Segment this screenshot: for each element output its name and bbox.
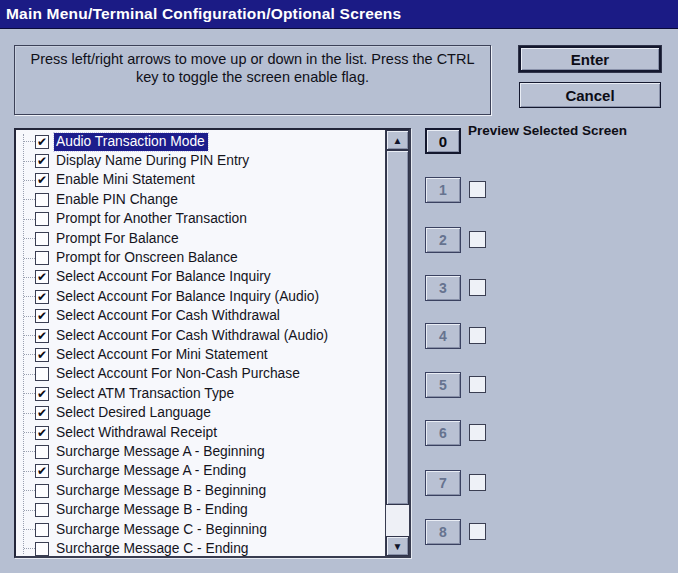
item-checkbox[interactable] bbox=[35, 193, 49, 207]
item-checkbox[interactable]: ✔ bbox=[35, 329, 49, 343]
item-checkbox[interactable] bbox=[35, 542, 49, 556]
item-label[interactable]: Select Account For Mini Statement bbox=[54, 346, 271, 364]
item-checkbox[interactable] bbox=[35, 484, 49, 498]
item-checkbox[interactable]: ✔ bbox=[35, 154, 49, 168]
item-checkbox[interactable] bbox=[35, 503, 49, 517]
checkmark-icon: ✔ bbox=[37, 427, 47, 439]
preview-key-7-checkbox[interactable] bbox=[469, 474, 486, 491]
item-label[interactable]: Enable Mini Statement bbox=[54, 171, 198, 189]
tree-branch-line bbox=[24, 238, 35, 239]
preview-key-3-checkbox[interactable] bbox=[469, 279, 486, 296]
item-checkbox[interactable] bbox=[35, 212, 49, 226]
item-checkbox[interactable]: ✔ bbox=[35, 270, 49, 284]
checkmark-icon: ✔ bbox=[37, 465, 47, 477]
tree-branch-line bbox=[24, 529, 35, 530]
preview-key-6-button[interactable]: 6 bbox=[425, 420, 461, 446]
checkmark-icon: ✔ bbox=[37, 291, 47, 303]
item-checkbox[interactable]: ✔ bbox=[35, 309, 49, 323]
checkmark-icon: ✔ bbox=[37, 330, 47, 342]
item-label[interactable]: Select Account For Non-Cash Purchase bbox=[54, 365, 303, 383]
item-checkbox[interactable]: ✔ bbox=[35, 464, 49, 478]
list-item: Surcharge Message A - Beginning bbox=[16, 442, 385, 461]
item-label[interactable]: Surcharge Message B - Ending bbox=[54, 501, 251, 519]
item-checkbox[interactable] bbox=[35, 523, 49, 537]
item-checkbox[interactable]: ✔ bbox=[35, 426, 49, 440]
optional-screens-list: ✔Audio Transaction Mode✔Display Name Dur… bbox=[14, 128, 411, 558]
optional-screens-dialog: Main Menu/Terminal Configuration/Optiona… bbox=[0, 0, 678, 573]
preview-key-4-button[interactable]: 4 bbox=[425, 323, 461, 349]
checkmark-icon: ✔ bbox=[37, 310, 47, 322]
titlebar: Main Menu/Terminal Configuration/Optiona… bbox=[0, 0, 678, 29]
enter-button[interactable]: Enter bbox=[519, 46, 661, 72]
tree-branch-line bbox=[24, 161, 35, 162]
preview-key-5-button[interactable]: 5 bbox=[425, 372, 461, 398]
preview-key-4-checkbox[interactable] bbox=[469, 327, 486, 344]
item-label[interactable]: Select Account For Balance Inquiry (Audi… bbox=[54, 288, 322, 306]
checkmark-icon: ✔ bbox=[37, 155, 47, 167]
preview-key-2-checkbox[interactable] bbox=[469, 231, 486, 248]
checkmark-icon: ✔ bbox=[37, 388, 47, 400]
checkmark-icon: ✔ bbox=[37, 136, 47, 148]
item-checkbox[interactable]: ✔ bbox=[35, 290, 49, 304]
preview-selected-screen-label: Preview Selected Screen bbox=[468, 123, 673, 138]
preview-key-1-checkbox[interactable] bbox=[469, 181, 486, 198]
item-label[interactable]: Surcharge Message B - Beginning bbox=[54, 482, 269, 500]
item-label[interactable]: Select Account For Cash Withdrawal bbox=[54, 307, 283, 325]
item-label[interactable]: Prompt for Another Transaction bbox=[54, 210, 250, 228]
list-item: ✔Select Account For Balance Inquiry (Aud… bbox=[16, 287, 385, 306]
scrollbar-track[interactable] bbox=[386, 505, 409, 536]
checkmark-icon: ✔ bbox=[37, 271, 47, 283]
item-checkbox[interactable]: ✔ bbox=[35, 135, 49, 149]
tree-branch-line bbox=[24, 413, 35, 414]
item-checkbox[interactable] bbox=[35, 251, 49, 265]
item-checkbox[interactable]: ✔ bbox=[35, 348, 49, 362]
item-checkbox[interactable]: ✔ bbox=[35, 406, 49, 420]
list-item: Surcharge Message B - Beginning bbox=[16, 481, 385, 500]
list-item: ✔Select Withdrawal Receipt bbox=[16, 423, 385, 442]
scroll-up-icon: ▲ bbox=[393, 135, 403, 146]
item-checkbox[interactable]: ✔ bbox=[35, 387, 49, 401]
preview-key-3-button[interactable]: 3 bbox=[425, 275, 461, 301]
list-item: Surcharge Message C - Beginning bbox=[16, 520, 385, 539]
preview-key-2-button[interactable]: 2 bbox=[425, 227, 461, 253]
instructions-box: Press left/right arrows to move up or do… bbox=[14, 45, 491, 115]
preview-key-8-button[interactable]: 8 bbox=[425, 519, 461, 545]
item-label[interactable]: Prompt for Onscreen Balance bbox=[54, 249, 241, 267]
item-checkbox[interactable] bbox=[35, 232, 49, 246]
item-label[interactable]: Select ATM Transaction Type bbox=[54, 385, 237, 403]
preview-key-5-checkbox[interactable] bbox=[469, 376, 486, 393]
tree-branch-line bbox=[24, 432, 35, 433]
scrollbar-thumb[interactable] bbox=[386, 150, 409, 505]
item-label[interactable]: Select Desired Language bbox=[54, 404, 214, 422]
item-label[interactable]: Select Withdrawal Receipt bbox=[54, 424, 220, 442]
item-label[interactable]: Surcharge Message C - Beginning bbox=[54, 521, 270, 539]
cancel-button[interactable]: Cancel bbox=[519, 82, 661, 108]
item-label[interactable]: Select Account For Cash Withdrawal (Audi… bbox=[54, 327, 331, 345]
item-label[interactable]: Prompt For Balance bbox=[54, 230, 182, 248]
item-label[interactable]: Display Name During PIN Entry bbox=[54, 152, 252, 170]
item-label[interactable]: Select Account For Balance Inquiry bbox=[54, 268, 274, 286]
item-label[interactable]: Audio Transaction Mode bbox=[54, 133, 208, 151]
item-label[interactable]: Enable PIN Change bbox=[54, 191, 181, 209]
item-label[interactable]: Surcharge Message A - Ending bbox=[54, 462, 249, 480]
list-item: ✔Select Account For Balance Inquiry bbox=[16, 268, 385, 287]
list-scrollbar[interactable]: ▲ ▼ bbox=[385, 130, 409, 556]
scroll-up-button[interactable]: ▲ bbox=[386, 130, 409, 150]
item-checkbox[interactable] bbox=[35, 367, 49, 381]
preview-key-1-button[interactable]: 1 bbox=[425, 177, 461, 203]
tree-branch-line bbox=[24, 199, 35, 200]
list-item: ✔Select Desired Language bbox=[16, 403, 385, 422]
item-checkbox[interactable] bbox=[35, 445, 49, 459]
preview-key-6-checkbox[interactable] bbox=[469, 424, 486, 441]
tree-branch-line bbox=[24, 451, 35, 452]
checkmark-icon: ✔ bbox=[37, 174, 47, 186]
item-label[interactable]: Surcharge Message A - Beginning bbox=[54, 443, 268, 461]
list-item: ✔Audio Transaction Mode bbox=[16, 132, 385, 151]
preview-key-7-button[interactable]: 7 bbox=[425, 470, 461, 496]
item-checkbox[interactable]: ✔ bbox=[35, 173, 49, 187]
tree-branch-line bbox=[24, 471, 35, 472]
preview-key-8-checkbox[interactable] bbox=[469, 523, 486, 540]
scroll-down-button[interactable]: ▼ bbox=[386, 536, 409, 556]
preview-key-0-button[interactable]: 0 bbox=[425, 128, 461, 154]
item-label[interactable]: Surcharge Message C - Ending bbox=[54, 540, 252, 558]
